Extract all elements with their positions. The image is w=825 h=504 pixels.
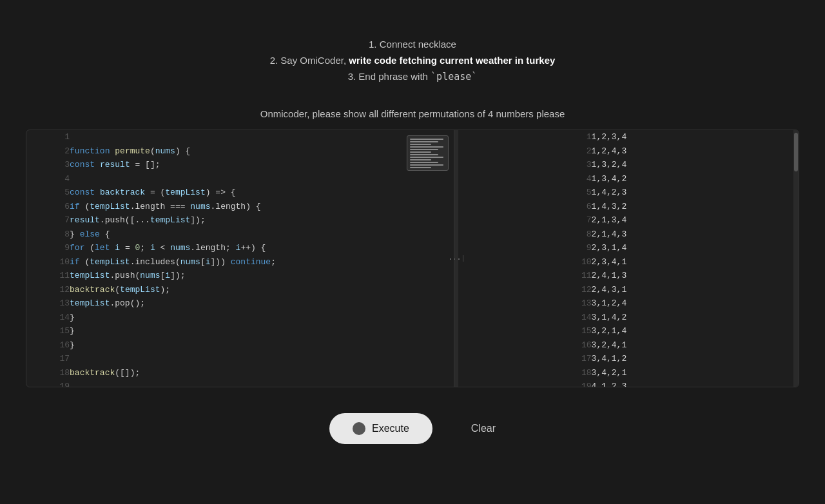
execute-label: Execute — [372, 423, 409, 434]
output-value: 2,3,4,1 — [592, 255, 793, 269]
output-line: 72,1,3,4 — [458, 213, 793, 228]
output-line: 102,3,4,1 — [458, 255, 793, 269]
instruction-3: 3. End phrase with `please` — [348, 71, 478, 82]
instruction-1-text: Connect necklace — [380, 39, 456, 50]
output-line: 173,4,1,2 — [458, 352, 793, 366]
execute-icon — [353, 422, 365, 435]
table-row: 4 — [26, 172, 454, 186]
table-row: 17 — [26, 352, 454, 366]
output-value: 2,4,1,3 — [592, 269, 793, 283]
output-line: 21,2,4,3 — [458, 144, 793, 159]
output-value: 1,3,2,4 — [592, 158, 793, 172]
instruction-1: 1. Connect necklace — [369, 39, 456, 50]
output-value: 3,4,2,1 — [592, 366, 793, 380]
output-value: 3,2,4,1 — [592, 338, 793, 353]
table-row: 16 } — [26, 338, 454, 353]
table-row: 12 backtrack(tempList); — [26, 283, 454, 297]
code-area: 12function permute(nums) {3 const result… — [26, 130, 799, 387]
instruction-3-number: 3. — [348, 71, 356, 82]
output-value: 2,4,3,1 — [592, 283, 793, 297]
output-line: 153,2,1,4 — [458, 324, 793, 338]
table-row: 18 backtrack([]); — [26, 366, 454, 380]
output-panel[interactable]: 11,2,3,421,2,4,331,3,2,441,3,4,251,4,2,3… — [458, 130, 793, 387]
instruction-1-number: 1. — [369, 39, 377, 50]
output-value: 3,4,1,2 — [592, 352, 793, 366]
output-line: 51,4,2,3 — [458, 186, 793, 200]
instructions-section: 1. Connect necklace 2. Say OmiCoder, wri… — [0, 0, 825, 102]
output-value: 2,1,4,3 — [592, 228, 793, 242]
output-value: 1,3,4,2 — [592, 172, 793, 186]
table-row: 10 if (tempList.includes(nums[i])) conti… — [26, 255, 454, 269]
instruction-2-prefix: Say OmiCoder, — [280, 55, 349, 66]
scrollbar-track[interactable] — [793, 130, 799, 387]
instruction-2-highlighted: write code fetching current weather in t… — [349, 55, 555, 66]
code-thumbnail — [407, 135, 449, 171]
output-line: 163,2,4,1 — [458, 338, 793, 353]
output-value: 3,2,1,4 — [592, 324, 793, 338]
table-row: 14 } — [26, 311, 454, 325]
button-area: Execute Clear — [0, 413, 825, 444]
output-line: 183,4,2,1 — [458, 366, 793, 380]
table-row: 9 for (let i = 0; i < nums.length; i++) … — [26, 241, 454, 255]
output-line: 194,1,2,3 — [458, 380, 793, 387]
output-line: 31,3,2,4 — [458, 158, 793, 172]
output-value: 1,4,3,2 — [592, 200, 793, 214]
table-row: 5 const backtrack = (tempList) => { — [26, 186, 454, 200]
output-line: 41,3,4,2 — [458, 172, 793, 186]
output-value: 4,1,2,3 — [592, 380, 793, 387]
code-table: 12function permute(nums) {3 const result… — [26, 130, 454, 387]
table-row: 3 const result = []; — [26, 158, 454, 172]
table-row: 8 } else { — [26, 228, 454, 242]
table-row: 19 — [26, 380, 454, 387]
output-line: 122,4,3,1 — [458, 283, 793, 297]
output-value: 1,2,4,3 — [592, 144, 793, 159]
output-value: 1,2,3,4 — [592, 130, 793, 144]
table-row: 13 tempList.pop(); — [26, 296, 454, 311]
clear-label: Clear — [471, 423, 496, 434]
output-line: 133,1,2,4 — [458, 296, 793, 311]
scrollbar-thumb[interactable] — [794, 133, 798, 171]
instruction-3-code: `please` — [431, 71, 477, 82]
code-panel-left[interactable]: 12function permute(nums) {3 const result… — [26, 130, 454, 387]
instruction-2: 2. Say OmiCoder, write code fetching cur… — [270, 55, 556, 66]
prompt-text: Onmicoder, please show all different per… — [0, 108, 825, 119]
output-line: 82,1,4,3 — [458, 228, 793, 242]
output-line: 11,2,3,4 — [458, 130, 793, 144]
output-value: 2,1,3,4 — [592, 213, 793, 228]
table-row: 6 if (tempList.length === nums.length) { — [26, 200, 454, 214]
output-value: 2,3,1,4 — [592, 241, 793, 255]
execute-button[interactable]: Execute — [329, 413, 432, 444]
output-line: 112,4,1,3 — [458, 269, 793, 283]
table-row: 15 } — [26, 324, 454, 338]
instruction-3-prefix: End phrase with — [358, 71, 431, 82]
output-line: 61,4,3,2 — [458, 200, 793, 214]
clear-button[interactable]: Clear — [471, 423, 496, 434]
table-row: 1 — [26, 130, 454, 144]
output-line: 92,3,1,4 — [458, 241, 793, 255]
table-row: 7 result.push([...tempList]); — [26, 213, 454, 228]
table-row: 11 tempList.push(nums[i]); — [26, 269, 454, 283]
output-value: 3,1,2,4 — [592, 296, 793, 311]
table-row: 2function permute(nums) { — [26, 144, 454, 159]
output-value: 3,1,4,2 — [592, 311, 793, 325]
output-line: 143,1,4,2 — [458, 311, 793, 325]
instruction-2-number: 2. — [270, 55, 278, 66]
output-table: 11,2,3,421,2,4,331,3,2,441,3,4,251,4,2,3… — [458, 130, 793, 387]
output-value: 1,4,2,3 — [592, 186, 793, 200]
